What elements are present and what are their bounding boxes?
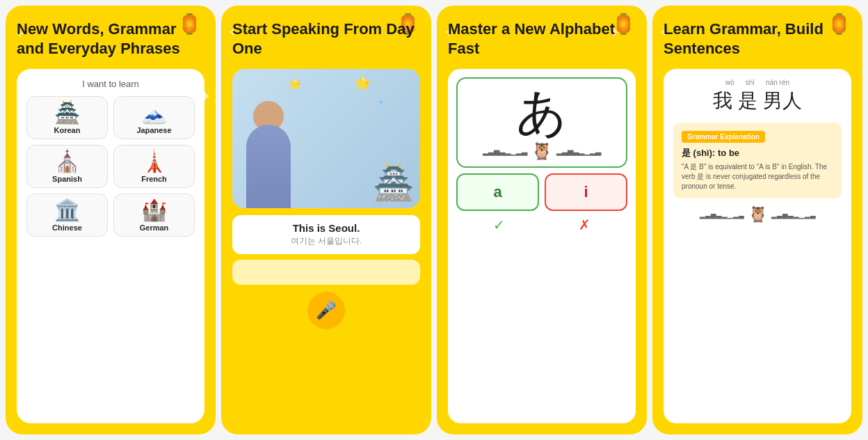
lang-german[interactable]: 🏰 German <box>113 194 195 237</box>
pinyin-nanren: nán rén <box>766 79 789 86</box>
input-placeholder <box>232 260 420 285</box>
pinyin-row: wó shì nán rén <box>673 79 842 86</box>
star-1: ⭐ <box>288 77 302 91</box>
answer-i[interactable]: i <box>545 173 627 211</box>
grammar-card: wó shì nán rén 我 是 男人 Grammar Explanatio… <box>664 69 851 423</box>
pinyin-wo: wó <box>725 79 734 86</box>
speech-text-main: This is Seoul. <box>242 222 410 234</box>
wave-right: ▂▃▅▃▂▁▂▃ <box>556 147 601 156</box>
alphabet-card: あ ▂▃▅▃▂▁▂▃ 🦉 ▂▃▅▃▂▁▂▃ a i ✓ ✗ <box>448 69 636 423</box>
chinese-icon: 🏛️ <box>54 200 80 221</box>
grammar-box-title: Grammar Explanation <box>682 131 765 143</box>
grammar-explanation-box: Grammar Explanation 是 (shì): to be "A 是 … <box>673 123 842 198</box>
lang-japanese[interactable]: 🗻 Japanese <box>113 96 195 139</box>
owl-mascot-2: 🦉 <box>748 205 767 223</box>
lang-french[interactable]: 🗼 French <box>113 145 195 188</box>
japanese-label: Japanese <box>136 126 171 134</box>
chinese-sentence: wó shì nán rén 我 是 男人 <box>673 79 842 114</box>
japanese-icon: 🗻 <box>141 102 167 123</box>
mic-button[interactable]: 🎤 <box>307 292 345 329</box>
audio-wave: ▂▃▅▃▂▁▂▃ 🦉 ▂▃▅▃▂▁▂▃ <box>483 141 601 161</box>
person-body <box>246 125 291 208</box>
x-icon: ✗ <box>579 217 590 233</box>
video-card: 🏯 ⭐ ⭐ ✦ <box>232 69 420 208</box>
result-feedback: ✓ ✗ <box>456 217 627 233</box>
check-icon: ✓ <box>493 217 505 233</box>
german-label: German <box>140 223 169 232</box>
panel-speaking: 🏮 + Start Speaking From Day One 🏯 ⭐ ⭐ ✦ … <box>221 6 431 434</box>
chinese-label: Chinese <box>52 223 82 232</box>
french-icon: 🗼 <box>141 151 167 172</box>
hiragana-character: あ <box>516 87 568 137</box>
sparkle-1: ✦ <box>377 97 385 108</box>
wave-left: ▂▃▅▃▂▁▂▃ <box>483 147 527 156</box>
star-2: ⭐ <box>354 74 371 91</box>
audio-wave-left: ▂▃▅▃▂▁▂▃ <box>700 211 744 219</box>
german-icon: 🏰 <box>141 200 167 221</box>
spanish-label: Spanish <box>52 175 82 183</box>
korean-label: Korean <box>54 126 81 134</box>
language-selector-card: I want to learn 🏯 Korean 🗻 Japanese ⛪ Sp… <box>17 69 204 423</box>
korean-icon: 🏯 <box>54 102 80 123</box>
panel-grammar: 🏮 + Learn Grammar, Build Sentences wó sh… <box>652 6 862 434</box>
panel1-title: New Words, Grammar and Everyday Phrases <box>17 19 204 58</box>
lang-korean[interactable]: 🏯 Korean <box>26 96 108 139</box>
spanish-icon: ⛪ <box>54 151 80 172</box>
answer-a[interactable]: a <box>456 173 539 211</box>
audio-playback-row: ▂▃▅▃▂▁▂▃ 🦉 ▂▃▅▃▂▁▂▃ <box>673 205 842 223</box>
panel2-title: Start Speaking From Day One <box>232 19 420 58</box>
language-grid: 🏯 Korean 🗻 Japanese ⛪ Spanish 🗼 French 🏛… <box>26 96 195 237</box>
grammar-description: "A 是 B" is equivalent to "A is B" in Eng… <box>682 162 833 191</box>
panel4-title: Learn Grammar, Build Sentences <box>664 19 851 58</box>
lang-chinese[interactable]: 🏛️ Chinese <box>26 194 108 237</box>
char-wo: 我 <box>713 88 732 114</box>
pinyin-shi: shì <box>746 79 755 86</box>
char-shi: 是 <box>738 88 757 114</box>
mic-icon: 🎤 <box>316 301 337 320</box>
speech-text-sub: 여기는 서울입니다. <box>242 235 410 247</box>
hiragana-display: あ ▂▃▅▃▂▁▂▃ 🦉 ▂▃▅▃▂▁▂▃ <box>456 77 627 168</box>
french-label: French <box>141 175 167 183</box>
char-nanren: 男人 <box>763 88 802 114</box>
grammar-main-text: 是 (shì): to be <box>682 147 833 159</box>
audio-wave-right: ▂▃▅▃▂▁▂▃ <box>771 211 816 219</box>
panel-alphabet: 🏮 + ✦ Master a New Alphabet Fast あ ▂▃▅▃▂… <box>437 6 647 434</box>
temple-icon: 🏯 <box>373 164 415 203</box>
person-figure <box>246 125 291 208</box>
panel3-title: Master a New Alphabet Fast <box>448 19 636 58</box>
panel-vocabulary: 🏮 + ✦ New Words, Grammar and Everyday Ph… <box>6 6 216 434</box>
character-row: 我 是 男人 <box>673 88 842 114</box>
owl-mascot: 🦉 <box>531 141 552 161</box>
speech-bubble: This is Seoul. 여기는 서울입니다. <box>232 215 420 254</box>
i-want-label: I want to learn <box>82 79 139 89</box>
lang-spanish[interactable]: ⛪ Spanish <box>26 145 108 188</box>
answer-options: a i <box>456 173 627 211</box>
